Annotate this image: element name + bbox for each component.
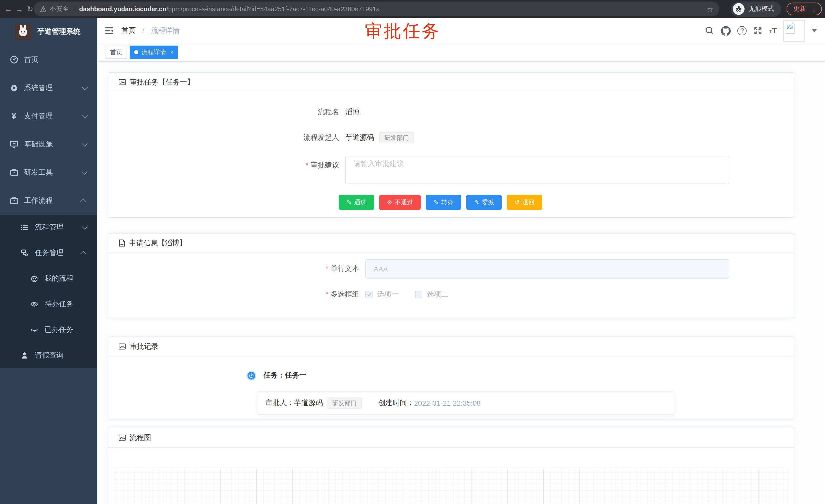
chevron-down-icon: [82, 112, 88, 118]
dashboard-icon: [8, 55, 20, 64]
timeline-task-title: 任务：任务一: [264, 371, 306, 380]
card-body: *单行文本 *多选框组 选项一: [108, 253, 794, 318]
breadcrumb: 首页 / 流程详情: [122, 26, 179, 35]
security-label: 不安全: [50, 5, 69, 13]
chevron-down-icon: [82, 141, 88, 147]
approval-record-card: 审批记录 任务：任务一 审批人： 芋道源码 研发部门: [107, 337, 794, 419]
checkbox-option2[interactable]: [415, 291, 422, 298]
robot-icon: [28, 274, 41, 283]
sidebar-item-label: 流程管理: [35, 223, 64, 232]
font-size-icon[interactable]: TT: [769, 26, 777, 35]
tab-home[interactable]: 首页: [105, 46, 127, 59]
single-line-text-input[interactable]: [365, 259, 729, 279]
github-icon[interactable]: [721, 26, 731, 35]
card-header: 审批记录: [108, 337, 794, 356]
dept-tag: 研发部门: [327, 398, 362, 409]
dept-tag: 研发部门: [379, 132, 414, 144]
chevron-down-icon: [82, 224, 88, 230]
eye-closed-icon: [28, 326, 41, 334]
sidebar-item-leave-query[interactable]: 请假查询: [0, 343, 97, 368]
browser-menu-icon[interactable]: ⋮: [811, 5, 817, 12]
avatar-dropdown-caret-icon[interactable]: [812, 29, 817, 32]
briefcase-icon: [8, 168, 20, 177]
card-body: 流程名 滔博 流程发起人 芋道源码 研发部门 *审批建议: [108, 92, 794, 217]
address-bar[interactable]: 不安全 dashboard.yudao.iocoder.cn /bpm/proc…: [34, 2, 720, 16]
sidebar-item-my-process[interactable]: 我的流程: [0, 266, 97, 291]
sidebar-item-todo-tasks[interactable]: 待办任务: [0, 291, 97, 317]
breadcrumb-separator: /: [142, 26, 145, 34]
transfer-button[interactable]: ✎转办: [426, 195, 461, 210]
opinion-textarea[interactable]: [346, 156, 729, 184]
warning-icon: [40, 6, 47, 12]
fullscreen-icon[interactable]: [754, 26, 763, 35]
sidebar: 芋道管理系统 首页 系统管理 ¥ 支付管理: [0, 18, 97, 504]
chevron-down-icon: [82, 169, 88, 175]
card-title: 申请信息【滔博】: [129, 238, 186, 248]
help-icon[interactable]: ?: [738, 26, 747, 35]
assignee-label: 审批人：: [266, 399, 294, 408]
sidebar-item-label: 我的流程: [45, 274, 73, 283]
sidebar-item-process-mgmt[interactable]: 流程管理: [0, 215, 97, 240]
avatar[interactable]: [783, 20, 805, 41]
reject-button[interactable]: ⊗不通过: [379, 195, 421, 210]
approve-button[interactable]: ✎通过: [339, 195, 374, 210]
card-header: 流程图: [108, 428, 794, 448]
bpmn-canvas[interactable]: [113, 469, 789, 504]
gear-icon: [8, 83, 20, 92]
sidebar-item-payment[interactable]: ¥ 支付管理: [0, 102, 97, 130]
top-navbar: 首页 / 流程详情 ? TT: [97, 18, 825, 44]
process-name-label: 流程名: [119, 107, 339, 117]
flow-diagram-card: 流程图: [107, 428, 794, 504]
chevron-down-icon: [82, 84, 88, 90]
sidebar-item-done-tasks[interactable]: 已办任务: [0, 317, 97, 343]
text-field-label: 单行文本: [330, 264, 359, 272]
sidebar-item-label: 系统管理: [24, 83, 53, 92]
tab-process-detail[interactable]: 流程详情 ×: [130, 46, 178, 59]
sidebar-item-devtools[interactable]: 研发工具: [0, 158, 97, 186]
back-icon[interactable]: ←: [3, 5, 14, 13]
return-button[interactable]: ↺退回: [507, 195, 542, 210]
checkbox-option1[interactable]: [365, 291, 373, 298]
approval-record-panel: 审批人： 芋道源码 研发部门 创建时间： 2022-01-21 22:35:08: [258, 391, 674, 415]
sidebar-item-task-mgmt[interactable]: 任务管理: [0, 240, 97, 266]
forward-icon[interactable]: →: [14, 5, 24, 13]
url-host: dashboard.yudao.iocoder.cn: [79, 5, 166, 12]
breadcrumb-home[interactable]: 首页: [122, 26, 136, 34]
create-time-value: 2022-01-21 22:35:08: [414, 399, 481, 407]
delegate-button[interactable]: ✎委派: [466, 195, 502, 210]
eye-open-icon: [28, 300, 41, 308]
sidebar-toggle-icon[interactable]: [105, 27, 113, 34]
search-icon[interactable]: [705, 26, 715, 35]
bookmark-star-icon[interactable]: ☆: [707, 5, 713, 13]
checkbox-option2-label: 选项二: [427, 290, 448, 299]
initiator-value: 芋道源码: [346, 133, 374, 142]
sidebar-item-workflow[interactable]: 工作流程: [0, 186, 97, 215]
update-button[interactable]: 更新 ⋮: [786, 2, 822, 15]
sidebar-item-home[interactable]: 首页: [0, 46, 97, 74]
list-icon: [18, 223, 31, 232]
edit-icon: ✎: [474, 199, 479, 206]
document-icon: [119, 239, 126, 247]
tab-label: 首页: [110, 48, 123, 57]
edit-icon: ✎: [347, 199, 352, 206]
card-title: 审批记录: [130, 342, 158, 351]
close-icon[interactable]: ×: [170, 49, 173, 55]
picture-icon: [119, 78, 126, 86]
card-body: 任务：任务一 审批人： 芋道源码 研发部门 创建时间： 2022-01-21 2…: [108, 356, 794, 419]
url-path: /bpm/process-instance/detail?id=54aa251f…: [166, 5, 380, 12]
app-logo: [15, 23, 31, 40]
incognito-icon: [733, 3, 745, 15]
process-name-value: 滔博: [346, 107, 360, 117]
create-time-label: 创建时间：: [378, 399, 414, 408]
sidebar-item-label: 请假查询: [35, 351, 64, 360]
browser-toolbar: ← → ↻ ⌂ 不安全 dashboard.yudao.iocoder.cn /…: [0, 0, 825, 18]
edit-icon: ✎: [434, 199, 439, 206]
sidebar-item-system[interactable]: 系统管理: [0, 74, 97, 102]
monitor-icon: [8, 140, 20, 149]
url-divider: [74, 5, 74, 13]
required-asterisk: *: [306, 161, 308, 169]
sidebar-item-infra[interactable]: 基础设施: [0, 130, 97, 158]
circle-close-icon: ⊗: [387, 199, 392, 206]
active-dot-icon: [134, 50, 138, 54]
sidebar-item-label: 研发工具: [24, 168, 53, 177]
